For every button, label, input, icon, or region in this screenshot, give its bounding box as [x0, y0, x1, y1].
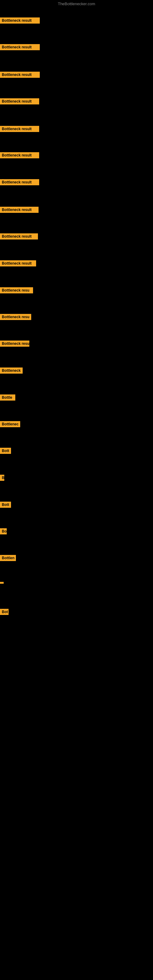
bottleneck-result-badge[interactable]: Bottleneck result	[0, 179, 39, 185]
bottleneck-result-badge[interactable]: Bot	[0, 609, 9, 615]
bottleneck-result-badge[interactable]: B	[0, 475, 4, 481]
bottleneck-result-badge[interactable]: Bottleneck result	[0, 126, 39, 132]
bottleneck-result-badge[interactable]: Bott	[0, 502, 11, 508]
bottleneck-result-badge[interactable]: Bottleneck result	[0, 207, 38, 213]
bottleneck-result-badge[interactable]: Bottleneck result	[0, 44, 40, 50]
bottleneck-result-badge[interactable]: Bottleneck resu	[0, 314, 31, 320]
bottleneck-result-badge[interactable]: Bo	[0, 528, 7, 535]
bottleneck-result-badge[interactable]: Bottleneck resu	[0, 287, 33, 293]
site-title: TheBottlenecker.com	[58, 2, 95, 6]
bottleneck-result-badge[interactable]: Bottleneck result	[0, 72, 40, 78]
bottleneck-result-badge[interactable]: Bottleneck result	[0, 233, 38, 240]
bottleneck-result-badge[interactable]: Bottlen	[0, 555, 16, 561]
bottleneck-result-badge[interactable]: Bott	[0, 448, 11, 454]
bottleneck-result-badge[interactable]	[0, 582, 4, 584]
bottleneck-result-badge[interactable]: Bottleneck result	[0, 152, 39, 158]
bottleneck-result-badge[interactable]: Bottle	[0, 395, 15, 401]
bottleneck-result-badge[interactable]: Bottleneck	[0, 368, 22, 374]
bottleneck-result-badge[interactable]: Bottlenec	[0, 421, 20, 427]
bottleneck-result-badge[interactable]: Bottleneck result	[0, 98, 39, 105]
bottleneck-result-badge[interactable]: Bottleneck result	[0, 18, 40, 24]
bottleneck-result-badge[interactable]: Bottleneck result	[0, 260, 36, 266]
bottleneck-result-badge[interactable]: Bottleneck resu	[0, 340, 29, 347]
